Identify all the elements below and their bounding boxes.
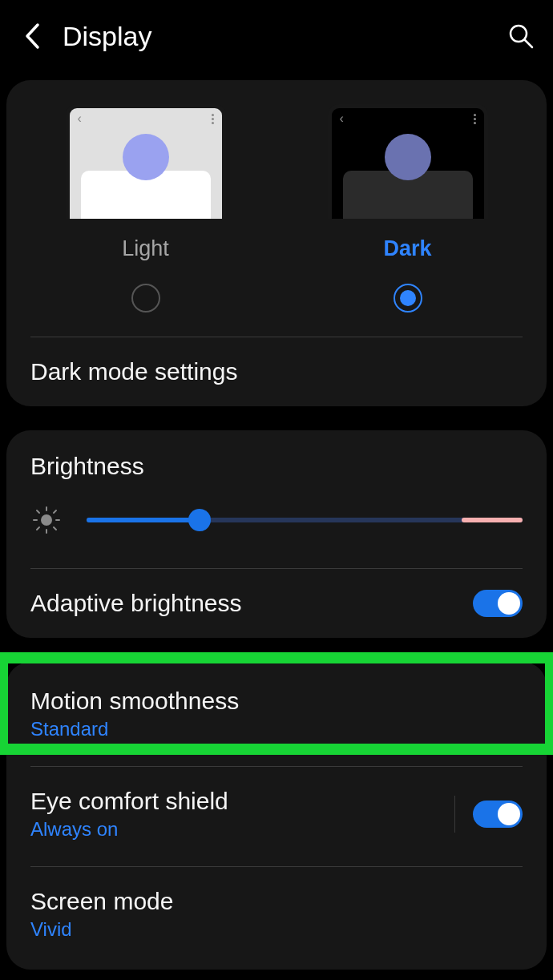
sun-icon — [30, 504, 63, 536]
svg-line-9 — [37, 527, 39, 530]
adaptive-brightness-row[interactable]: Adaptive brightness — [6, 569, 547, 638]
svg-point-0 — [511, 26, 527, 42]
motion-smoothness-value: Standard — [30, 718, 239, 740]
dark-theme-preview: ‹ — [328, 104, 488, 219]
screen-mode-row[interactable]: Screen mode Vivid — [6, 867, 547, 962]
eye-comfort-shield-toggle[interactable] — [473, 801, 523, 828]
theme-card: ‹ Light ‹ Dark — [6, 80, 547, 406]
display-options-card: Motion smoothness Standard Eye comfort s… — [6, 662, 547, 970]
eye-comfort-shield-row[interactable]: Eye comfort shield Always on — [6, 767, 547, 861]
search-button[interactable] — [505, 20, 537, 52]
divider — [454, 796, 455, 833]
dark-mode-settings-row[interactable]: Dark mode settings — [6, 337, 547, 406]
back-button[interactable] — [16, 20, 48, 52]
brightness-label: Brightness — [6, 430, 547, 480]
chevron-left-icon — [23, 22, 41, 50]
theme-light-label: Light — [122, 236, 169, 261]
eye-comfort-shield-value: Always on — [30, 818, 228, 841]
svg-line-7 — [37, 510, 39, 513]
preview-menu-icon — [474, 114, 476, 124]
dark-mode-settings-label: Dark mode settings — [30, 358, 237, 385]
brightness-card: Brightness — [6, 430, 547, 638]
adaptive-brightness-label: Adaptive brightness — [30, 590, 242, 617]
screen-mode-label: Screen mode — [30, 888, 173, 915]
preview-menu-icon — [212, 114, 214, 124]
preview-back-icon: ‹ — [78, 111, 82, 126]
brightness-slider[interactable] — [87, 518, 523, 522]
adaptive-brightness-toggle[interactable] — [473, 590, 523, 617]
theme-dark-label: Dark — [383, 236, 431, 261]
motion-smoothness-row[interactable]: Motion smoothness Standard — [6, 667, 547, 761]
svg-line-8 — [54, 527, 56, 530]
theme-option-light[interactable]: ‹ Light — [14, 104, 276, 261]
theme-option-dark[interactable]: ‹ Dark — [276, 104, 539, 261]
theme-dark-radio[interactable] — [394, 284, 422, 313]
svg-line-10 — [54, 510, 56, 513]
motion-smoothness-label: Motion smoothness — [30, 688, 239, 715]
theme-light-radio[interactable] — [131, 284, 160, 313]
search-icon — [507, 22, 535, 50]
page-title: Display — [63, 21, 505, 52]
light-theme-preview: ‹ — [66, 104, 226, 219]
svg-line-1 — [525, 40, 532, 47]
screen-mode-value: Vivid — [30, 918, 173, 941]
preview-back-icon: ‹ — [340, 111, 344, 126]
header: Display — [0, 0, 553, 72]
eye-comfort-shield-label: Eye comfort shield — [30, 788, 228, 815]
svg-point-2 — [41, 514, 52, 526]
brightness-slider-thumb[interactable] — [188, 509, 211, 531]
